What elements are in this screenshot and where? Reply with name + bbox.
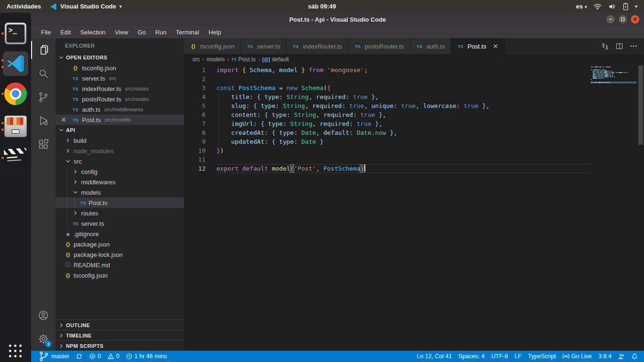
code-line-1[interactable]: 1import { Schema, model } from 'mongoose… xyxy=(184,66,644,74)
tab-Post.ts[interactable]: TSPost.ts xyxy=(451,38,505,54)
keyboard-layout-indicator[interactable]: es ▾ xyxy=(576,3,587,10)
dock-item-video-editor[interactable] xyxy=(0,144,31,172)
tree-folder-middlewares[interactable]: middlewares xyxy=(56,177,184,187)
code-line-3[interactable]: 3const PostSchema = new Schema({ xyxy=(184,83,644,92)
tree-folder-routes[interactable]: routes xyxy=(56,208,184,218)
menu-help[interactable]: Help xyxy=(204,27,225,37)
line-content[interactable] xyxy=(206,74,216,83)
activitybar-explorer[interactable] xyxy=(31,38,56,62)
open-changes-icon[interactable] xyxy=(601,42,609,50)
open-editor-auth.ts[interactable]: TSauth.tssrc/middlewares xyxy=(56,104,184,115)
open-editor-indexRouter.ts[interactable]: TSindexRouter.tssrc/routes xyxy=(56,83,184,94)
time-tracker[interactable]: 1 hr 46 mins xyxy=(123,351,170,362)
activitybar-extensions[interactable] xyxy=(31,132,56,156)
window-titlebar[interactable]: Post.ts - Api - Visual Studio Code xyxy=(31,13,644,26)
indentation[interactable]: Spaces: 4 xyxy=(455,351,488,362)
breadcrumb-item-default[interactable]: [@]default xyxy=(262,56,289,63)
activitybar-search[interactable] xyxy=(31,62,56,85)
minimap[interactable] xyxy=(591,66,636,123)
close-editor-icon[interactable] xyxy=(60,116,67,123)
open-editors-header[interactable]: OPEN EDITORS xyxy=(56,52,184,63)
code-editor[interactable]: 1import { Schema, model } from 'mongoose… xyxy=(184,65,644,351)
tree-file-tsconfig.json[interactable]: {}tsconfig.json xyxy=(56,270,184,280)
ts-version[interactable]: 3.9.4 xyxy=(595,351,615,362)
close-button[interactable] xyxy=(631,15,639,24)
wifi-icon[interactable] xyxy=(594,3,602,10)
tree-folder-models[interactable]: models xyxy=(56,187,184,197)
split-editor-icon[interactable] xyxy=(616,42,623,50)
language-mode[interactable]: TypeScript xyxy=(525,351,559,362)
cursor-position[interactable]: Ln 12, Col 41 xyxy=(413,351,455,362)
section-outline[interactable]: OUTLINE xyxy=(56,320,184,330)
activitybar-run-debug[interactable] xyxy=(31,109,56,132)
sync-button[interactable] xyxy=(73,351,86,362)
activitybar-source-control[interactable] xyxy=(31,85,56,109)
breadcrumb-item-Post.ts[interactable]: TSPost.ts xyxy=(231,56,256,63)
activitybar-account[interactable] xyxy=(31,304,56,327)
line-content[interactable]: export default model('Post', PostSchema) xyxy=(206,164,365,173)
tree-file-package-lock.json[interactable]: {}package-lock.json xyxy=(56,249,184,260)
problems-errors[interactable]: 0 xyxy=(86,351,104,362)
minimize-button[interactable] xyxy=(606,15,615,24)
go-live[interactable]: Go Live xyxy=(559,351,595,362)
dock-item-file-manager[interactable] xyxy=(0,111,31,142)
section-timeline[interactable]: TIMELINE xyxy=(56,330,184,340)
tree-file-package.json[interactable]: {}package.json xyxy=(56,239,184,249)
line-content[interactable]: content: { type: String, required: true … xyxy=(206,110,386,119)
more-actions-icon[interactable]: ··· xyxy=(630,42,637,50)
activities-button[interactable]: Actividades xyxy=(7,3,41,10)
volume-icon[interactable] xyxy=(608,3,616,10)
eol-sequence[interactable]: LF xyxy=(511,351,525,362)
code-line-2[interactable]: 2 xyxy=(184,74,644,83)
git-branch-status[interactable]: master xyxy=(35,351,73,362)
menu-file[interactable]: File xyxy=(37,27,55,37)
dock-item-vscode[interactable] xyxy=(0,50,31,77)
menu-view[interactable]: View xyxy=(111,27,132,37)
line-content[interactable] xyxy=(206,155,216,164)
breadcrumb-item-src[interactable]: src xyxy=(192,56,200,63)
dock-item-terminal[interactable]: >_ xyxy=(0,18,31,49)
open-editor-server.ts[interactable]: TSserver.tssrc xyxy=(56,73,184,83)
problems-warnings[interactable]: 0 xyxy=(104,351,123,362)
maximize-button[interactable] xyxy=(619,15,627,24)
menu-edit[interactable]: Edit xyxy=(56,27,75,37)
code-line-7[interactable]: 7 imgUrl: { type: String, required: true… xyxy=(184,119,644,128)
line-content[interactable]: imgUrl: { type: String, required: true }… xyxy=(206,119,382,128)
line-content[interactable]: createdAt: { type: Date, default: Date.n… xyxy=(206,128,397,137)
code-line-4[interactable]: 4 title: { type: String, required: true … xyxy=(184,92,644,101)
line-content[interactable]: import { Schema, model } from 'mongoose'… xyxy=(206,66,368,74)
section-npm-scripts[interactable]: NPM SCRIPTS xyxy=(56,340,184,351)
code-line-10[interactable]: 10}) xyxy=(184,146,644,155)
tree-file-server.ts[interactable]: TSserver.ts xyxy=(56,218,184,229)
line-content[interactable]: title: { type: String, required: true }, xyxy=(206,92,379,101)
battery-charging-icon[interactable] xyxy=(623,3,628,10)
feedback[interactable] xyxy=(615,351,628,362)
tree-file-Post.ts[interactable]: TSPost.ts xyxy=(56,197,184,208)
open-editor-Post.ts[interactable]: TSPost.tssrc/models xyxy=(56,115,184,125)
tree-folder-config[interactable]: config xyxy=(56,166,184,177)
code-line-8[interactable]: 8 createdAt: { type: Date, default: Date… xyxy=(184,128,644,137)
code-line-9[interactable]: 9 updatedAt: { type: Date } xyxy=(184,137,644,146)
menu-run[interactable]: Run xyxy=(151,27,171,37)
scrollbar-thumb[interactable] xyxy=(638,66,643,145)
show-applications-button[interactable] xyxy=(0,345,31,358)
tab-indexRouter.ts[interactable]: TSindexRouter.ts xyxy=(286,38,348,54)
notifications-bell[interactable] xyxy=(628,351,641,362)
editor-scrollbar[interactable] xyxy=(637,65,644,351)
menu-go[interactable]: Go xyxy=(133,27,150,37)
open-editor-postsRouter.ts[interactable]: TSpostsRouter.tssrc/routes xyxy=(56,94,184,104)
tab-auth.ts[interactable]: TSauth.ts xyxy=(410,38,451,54)
app-menu[interactable]: Visual Studio Code ▾ xyxy=(50,3,122,10)
tree-file-README.md[interactable]: ⓘREADME.md xyxy=(56,260,184,270)
breadcrumb-item-models[interactable]: models xyxy=(206,56,225,63)
project-header[interactable]: API xyxy=(56,125,184,135)
encoding[interactable]: UTF-8 xyxy=(488,351,511,362)
menu-selection[interactable]: Selection xyxy=(76,27,109,37)
system-menu-caret-icon[interactable]: ▾ xyxy=(635,4,637,9)
open-editor-tsconfig.json[interactable]: {}tsconfig.json xyxy=(56,63,184,73)
code-line-5[interactable]: 5 slug: { type: String, required: true, … xyxy=(184,101,644,110)
line-content[interactable]: updatedAt: { type: Date } xyxy=(206,137,323,146)
line-content[interactable]: }) xyxy=(206,146,224,155)
tree-folder-node_modules[interactable]: node_modules xyxy=(56,146,184,156)
line-content[interactable]: slug: { type: String, required: true, un… xyxy=(206,101,489,110)
